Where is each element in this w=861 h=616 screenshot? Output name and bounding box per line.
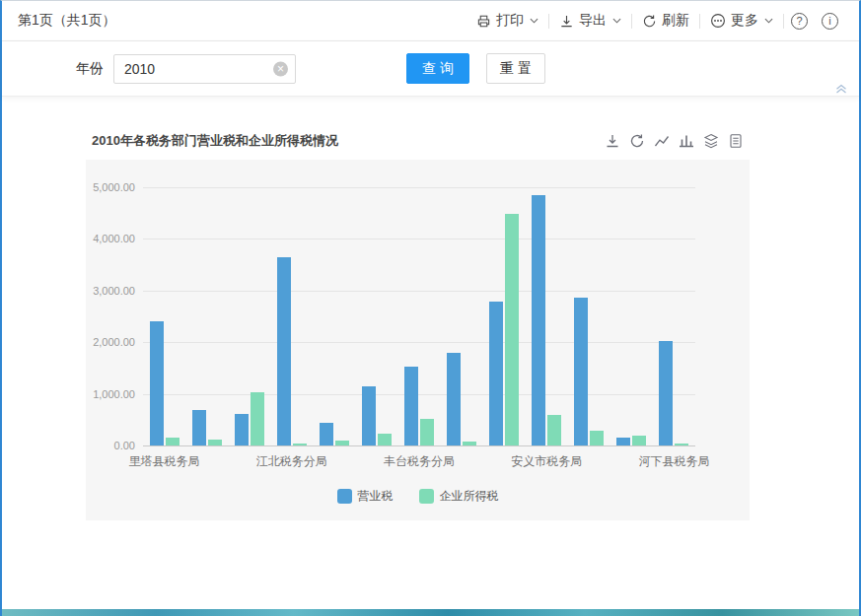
- bar-group: [659, 341, 688, 445]
- info-button[interactable]: i: [815, 13, 845, 30]
- x-axis-label: 里塔县税务局: [129, 453, 200, 470]
- stack-icon[interactable]: [703, 133, 719, 149]
- report-content: 2010年各税务部门营业税和企业所得税情况: [2, 97, 859, 609]
- bar-group: [447, 353, 476, 445]
- bar-企业所得税[interactable]: [632, 436, 646, 445]
- bar-企业所得税[interactable]: [293, 444, 307, 445]
- export-button[interactable]: 导出: [549, 12, 631, 30]
- collapse-filter-button[interactable]: [835, 84, 847, 94]
- data-view-icon[interactable]: [728, 133, 744, 149]
- bar-企业所得税[interactable]: [335, 441, 349, 445]
- chart-area: [143, 187, 695, 445]
- download-icon: [559, 14, 574, 29]
- y-axis-label: 2,000.00: [86, 336, 135, 348]
- chevron-down-icon: [764, 18, 773, 24]
- chart-toolbox: [605, 133, 744, 149]
- bottom-strip: [2, 609, 859, 616]
- x-axis: 里塔县税务局江北税务分局丰台税务分局安义市税务局河下县税务局: [143, 453, 695, 471]
- refresh-label: 刷新: [662, 12, 689, 30]
- x-axis-label: 河下县税务局: [638, 453, 709, 470]
- legend-label: 营业税: [358, 488, 394, 505]
- print-label: 打印: [496, 12, 524, 30]
- bar-营业税[interactable]: [404, 367, 418, 445]
- help-button[interactable]: ?: [784, 13, 815, 30]
- legend-label: 企业所得税: [440, 488, 499, 505]
- y-axis-label: 4,000.00: [86, 233, 135, 244]
- line-chart-icon[interactable]: [654, 133, 670, 149]
- chart-header: 2010年各税务部门营业税和企业所得税情况: [86, 132, 750, 150]
- legend: 营业税企业所得税: [86, 488, 750, 505]
- bar-营业税[interactable]: [320, 423, 333, 445]
- bar-企业所得税[interactable]: [251, 392, 264, 445]
- year-input[interactable]: [113, 54, 296, 84]
- bar-企业所得税[interactable]: [590, 431, 604, 445]
- more-label: 更多: [731, 12, 758, 30]
- bar-企业所得税[interactable]: [505, 214, 519, 445]
- chevron-down-icon: [530, 18, 538, 24]
- legend-item[interactable]: 营业税: [337, 488, 394, 505]
- bar-group: [192, 410, 222, 445]
- save-image-icon[interactable]: [605, 133, 620, 149]
- bar-营业税[interactable]: [532, 195, 545, 445]
- collapse-up-icon: [835, 80, 847, 97]
- bar-group: [616, 436, 646, 445]
- clear-icon[interactable]: ×: [273, 61, 288, 76]
- print-button[interactable]: 打印: [466, 12, 548, 30]
- bar-营业税[interactable]: [574, 298, 588, 445]
- bar-营业税[interactable]: [235, 414, 249, 445]
- chevron-down-icon: [612, 18, 621, 24]
- chart-panel: 2010年各税务部门营业税和企业所得税情况: [86, 132, 750, 520]
- toolbar: 第1页（共1页） 打印 导出: [2, 1, 859, 41]
- bar-企业所得税[interactable]: [208, 440, 222, 445]
- bar-营业税[interactable]: [192, 410, 206, 445]
- legend-item[interactable]: 企业所得税: [419, 488, 499, 505]
- plot: 5,000.004,000.003,000.002,000.001,000.00…: [86, 160, 750, 520]
- bar-企业所得税[interactable]: [675, 444, 688, 445]
- y-axis-label: 1,000.00: [86, 388, 135, 400]
- bar-企业所得税[interactable]: [420, 419, 434, 445]
- query-button[interactable]: 查 询: [406, 53, 469, 84]
- bar-group: [404, 367, 434, 445]
- y-axis-label: 0.00: [86, 440, 135, 451]
- filter-bar: 年份 × 查 询 重 置: [2, 41, 859, 97]
- more-button[interactable]: 更多: [700, 12, 783, 30]
- bar-group: [277, 257, 307, 445]
- bar-group: [489, 214, 519, 445]
- x-axis-label: 丰台税务分局: [384, 453, 455, 470]
- year-label: 年份: [76, 60, 104, 78]
- y-axis-label: 5,000.00: [86, 181, 135, 193]
- bar-group: [235, 392, 264, 445]
- legend-swatch: [419, 489, 434, 504]
- bar-企业所得税[interactable]: [463, 442, 476, 445]
- x-axis-label: 安义市税务局: [511, 453, 582, 470]
- bar-企业所得税[interactable]: [547, 415, 561, 445]
- bar-营业税[interactable]: [150, 321, 164, 445]
- info-icon: i: [822, 13, 838, 30]
- bar-营业税[interactable]: [447, 353, 461, 445]
- help-icon: ?: [791, 13, 808, 30]
- pager-text: 第1页（共1页）: [18, 12, 116, 30]
- refresh-icon: [642, 14, 657, 29]
- bar-group: [320, 423, 349, 445]
- bar-chart-icon[interactable]: [679, 133, 694, 149]
- bar-营业税[interactable]: [659, 341, 673, 445]
- reset-button[interactable]: 重 置: [486, 53, 545, 84]
- year-input-wrap: ×: [113, 54, 296, 84]
- bar-营业税[interactable]: [489, 302, 503, 445]
- bar-group: [150, 321, 179, 445]
- bar-营业税[interactable]: [362, 386, 376, 445]
- refresh-button[interactable]: 刷新: [632, 12, 699, 30]
- printer-icon: [476, 14, 491, 29]
- toolbar-actions: 打印 导出 刷新: [466, 12, 845, 30]
- bar-营业税[interactable]: [277, 257, 291, 445]
- chart-title: 2010年各税务部门营业税和企业所得税情况: [92, 132, 338, 150]
- grid-line: [143, 445, 695, 446]
- bar-营业税[interactable]: [616, 438, 630, 445]
- legend-swatch: [337, 489, 352, 504]
- bar-企业所得税[interactable]: [378, 434, 392, 445]
- more-icon: [710, 13, 726, 29]
- report-window: 第1页（共1页） 打印 导出: [0, 0, 861, 616]
- bar-企业所得税[interactable]: [166, 438, 179, 445]
- export-label: 导出: [579, 12, 607, 30]
- restore-icon[interactable]: [629, 133, 645, 149]
